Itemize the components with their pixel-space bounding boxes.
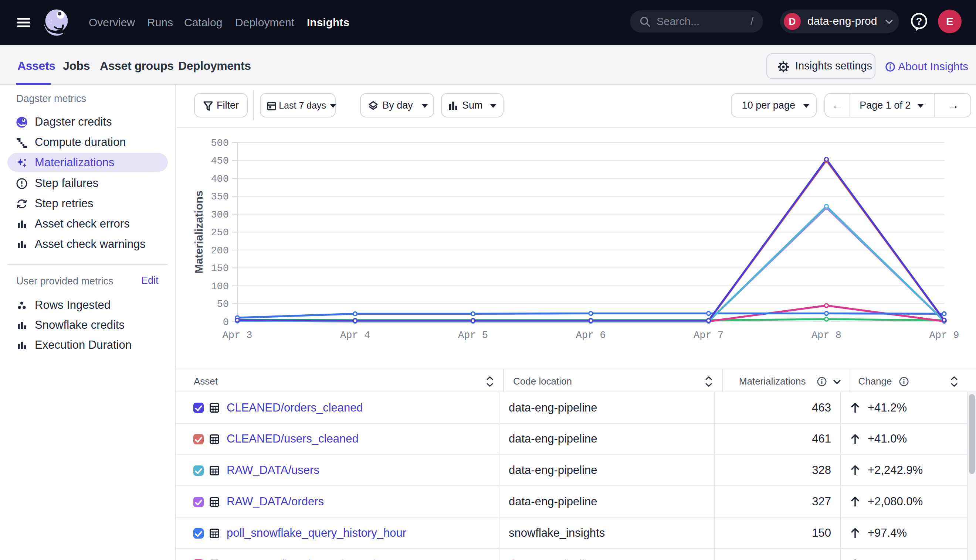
svg-text:Apr 8: Apr 8 [812, 330, 841, 341]
svg-text:Apr 9: Apr 9 [929, 330, 959, 341]
svg-text:200: 200 [211, 245, 229, 257]
svg-text:400: 400 [211, 173, 229, 185]
svg-text:Apr 5: Apr 5 [458, 330, 488, 341]
svg-text:Apr 6: Apr 6 [576, 330, 605, 341]
svg-text:Apr 4: Apr 4 [340, 330, 370, 341]
svg-text:450: 450 [211, 155, 229, 167]
svg-text:Apr 7: Apr 7 [694, 330, 724, 341]
svg-text:150: 150 [211, 263, 229, 274]
svg-text:500: 500 [211, 138, 229, 149]
svg-text:Materializations: Materializations [192, 190, 205, 273]
svg-text:100: 100 [211, 281, 229, 292]
svg-text:300: 300 [211, 210, 229, 220]
svg-text:0: 0 [223, 317, 229, 328]
svg-text:250: 250 [211, 227, 229, 238]
svg-text:Apr 3: Apr 3 [222, 330, 252, 341]
svg-text:?: ? [916, 16, 923, 27]
svg-text:350: 350 [211, 191, 229, 202]
svg-text:50: 50 [217, 299, 229, 310]
